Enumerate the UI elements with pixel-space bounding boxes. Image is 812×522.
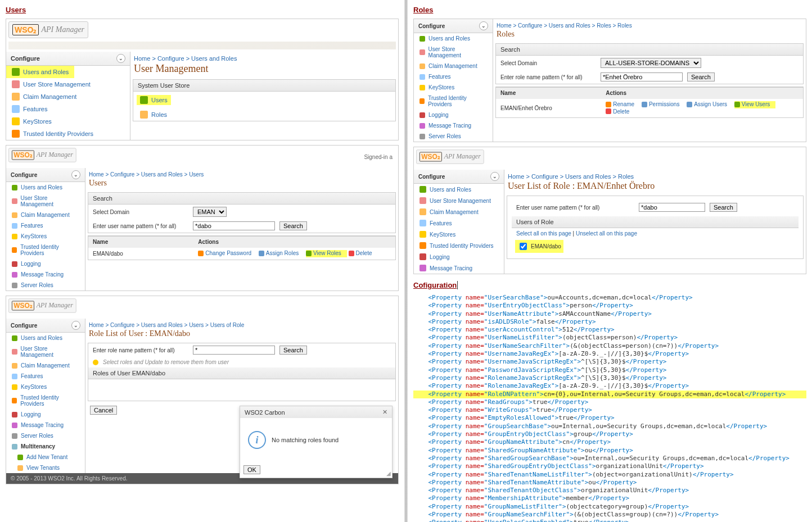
- cancel-button[interactable]: Cancel: [90, 406, 117, 415]
- user-name-cell: EMAN/dabo: [88, 248, 193, 259]
- sidebar-item-claim[interactable]: Claim Management: [414, 61, 493, 71]
- sidebar-item-tip[interactable]: Trusted Identity Providers: [414, 240, 504, 251]
- role-pattern-input[interactable]: [193, 346, 275, 355]
- roles-icon: [140, 111, 148, 119]
- ok-button[interactable]: OK: [243, 465, 260, 474]
- sidebar-item-users-roles[interactable]: Users and Roles: [6, 66, 74, 78]
- sidebar-item-view-tenants[interactable]: View Tenants: [6, 462, 85, 473]
- sidebar-item-keystores[interactable]: KeyStores: [6, 382, 85, 392]
- sidebar-item-server-roles[interactable]: Server Roles: [6, 430, 85, 441]
- select-domain-label: Select Domain: [93, 209, 188, 215]
- user-pattern-input[interactable]: [193, 221, 275, 230]
- info-icon: [93, 360, 98, 365]
- pattern-label: Enter role name pattern (* for all): [500, 74, 596, 80]
- panel-role-list-of-user: WSO₂API Manager Configure⌄ Users and Rol…: [6, 296, 399, 484]
- breadcrumb[interactable]: Home > Configure > Users and Roles: [134, 55, 398, 62]
- unselect-all-link[interactable]: Unselect all on this page: [576, 230, 637, 237]
- permissions-icon: [642, 102, 647, 107]
- domain-select[interactable]: ALL-USER-STORE-DOMAINS: [601, 58, 701, 68]
- sidebar-item-user-store[interactable]: User Store Management: [414, 44, 493, 61]
- table-row: EMAN/Enhet Örebro Rename Permissions Ass…: [496, 98, 803, 117]
- action-view-users[interactable]: View Users: [734, 101, 770, 107]
- configure-header[interactable]: Configure ⌄: [6, 52, 130, 66]
- sidebar-item-features[interactable]: Features: [414, 71, 493, 82]
- action-permissions[interactable]: Permissions: [642, 101, 679, 107]
- sidebar-item-claim[interactable]: Claim Management: [6, 360, 85, 371]
- sidebar-item-claim[interactable]: Claim Management: [414, 206, 504, 217]
- sidebar-item-users-roles[interactable]: Users and Roles: [6, 333, 85, 343]
- action-assign-users[interactable]: Assign Users: [687, 101, 727, 107]
- sidebar-item-user-store[interactable]: User Store Management: [6, 343, 85, 360]
- sidebar-item-features[interactable]: Features: [414, 217, 504, 229]
- dialog-message: No matching roles found: [272, 437, 339, 443]
- action-delete[interactable]: Delete: [349, 250, 372, 256]
- users-of-role-header: Users of Role: [512, 216, 799, 228]
- page-title: User List of Role : EMAN/Enhet Örebro: [508, 181, 802, 191]
- close-icon[interactable]: ✕: [382, 408, 387, 416]
- breadcrumb[interactable]: Home > Configure > Users and Roles > Rol…: [497, 22, 806, 29]
- user-checkbox-row[interactable]: EMAN/dabo: [517, 241, 561, 252]
- sidebar-item-logging[interactable]: Logging: [414, 110, 493, 120]
- sidebar-item-msg-trace[interactable]: Message Tracing: [414, 120, 493, 131]
- sidebar-item-claim[interactable]: Claim Management: [6, 210, 85, 220]
- chevron-down-icon: ⌄: [71, 321, 80, 330]
- action-delete[interactable]: Delete: [606, 108, 629, 115]
- assign-icon: [687, 102, 692, 107]
- sidebar-item-keystores[interactable]: KeyStores: [6, 115, 130, 128]
- sidebar-item-tip[interactable]: Trusted Identity Providers: [6, 392, 85, 409]
- role-name-cell: EMAN/Enhet Örebro: [496, 103, 601, 114]
- sidebar-item-features[interactable]: Features: [6, 103, 130, 115]
- link-roles[interactable]: Roles: [133, 108, 395, 121]
- chevron-down-icon: ⌄: [479, 21, 488, 30]
- page-title: Users: [89, 179, 395, 188]
- sidebar-item-msg-trace[interactable]: Message Tracing: [6, 420, 85, 430]
- sidebar-item-features[interactable]: Features: [6, 371, 85, 382]
- sidebar-item-multitenancy[interactable]: Multitenancy: [6, 441, 85, 452]
- sidebar-item-tip[interactable]: Trusted Identity Providers: [414, 93, 493, 110]
- user-checkbox[interactable]: [520, 243, 527, 250]
- action-change-password[interactable]: Change Password: [198, 250, 251, 256]
- sidebar-item-user-store[interactable]: User Store Management: [414, 195, 504, 206]
- sidebar-item-server-roles[interactable]: Server Roles: [6, 280, 85, 290]
- sidebar-item-msg-trace[interactable]: Message Tracing: [414, 262, 504, 274]
- sidebar-item-user-store[interactable]: User Store Management: [6, 193, 85, 210]
- user-pattern-input[interactable]: [639, 203, 705, 212]
- sidebar-item-claim[interactable]: Claim Management: [6, 90, 130, 103]
- action-rename[interactable]: Rename: [606, 101, 634, 107]
- search-button[interactable]: Search: [279, 221, 307, 230]
- search-button[interactable]: Search: [279, 346, 307, 355]
- claim-icon: [12, 93, 20, 101]
- search-button[interactable]: Search: [710, 203, 737, 212]
- breadcrumb[interactable]: Home > Configure > Users and Roles > Use…: [89, 171, 398, 178]
- search-button[interactable]: Search: [687, 72, 715, 81]
- sidebar-item-users-roles[interactable]: Users and Roles: [414, 33, 493, 44]
- chevron-down-icon: ⌄: [116, 54, 125, 63]
- sidebar-item-users-roles[interactable]: Users and Roles: [6, 182, 85, 193]
- sidebar-item-features[interactable]: Features: [6, 220, 85, 231]
- domain-select[interactable]: EMAN: [193, 207, 227, 217]
- sidebar-item-users-roles[interactable]: Users and Roles: [414, 184, 504, 195]
- resize-handle[interactable]: ◢: [386, 470, 391, 476]
- sidebar-item-logging[interactable]: Logging: [414, 251, 504, 262]
- sidebar-item-msg-trace[interactable]: Message Tracing: [6, 269, 85, 280]
- search-header: Search: [496, 44, 803, 56]
- sidebar-item-user-store[interactable]: User Store Management: [6, 78, 130, 90]
- sidebar-item-tip[interactable]: Trusted Identity Providers: [6, 128, 130, 140]
- user-store-icon: [12, 80, 20, 88]
- sidebar-item-tip[interactable]: Trusted Identity Providers: [6, 242, 85, 258]
- sidebar-item-keystores[interactable]: KeyStores: [6, 231, 85, 242]
- sidebar-item-server-roles[interactable]: Server Roles: [414, 131, 493, 142]
- select-all-link[interactable]: Select all on this page: [516, 230, 571, 237]
- breadcrumb[interactable]: Home > Configure > Users and Roles > Use…: [89, 322, 398, 328]
- action-view-roles[interactable]: View Roles: [306, 250, 341, 256]
- sidebar-item-keystores[interactable]: KeyStores: [414, 229, 504, 240]
- role-pattern-input[interactable]: [601, 72, 683, 81]
- sidebar-item-logging[interactable]: Logging: [6, 409, 85, 420]
- sidebar-item-add-tenant[interactable]: Add New Tenant: [6, 452, 85, 462]
- sidebar-item-keystores[interactable]: KeyStores: [414, 82, 493, 93]
- action-assign-roles[interactable]: Assign Roles: [259, 250, 299, 256]
- assign-icon: [259, 251, 264, 256]
- sidebar-item-logging[interactable]: Logging: [6, 258, 85, 269]
- breadcrumb[interactable]: Home > Configure > Users and Roles > Rol…: [508, 173, 806, 180]
- link-users[interactable]: Users: [137, 95, 171, 105]
